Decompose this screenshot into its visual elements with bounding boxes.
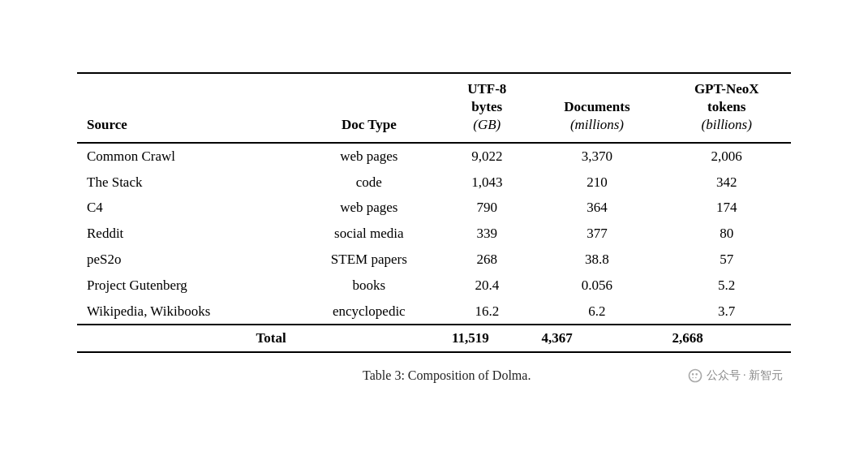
cell-source: C4 bbox=[77, 195, 296, 221]
cell-source: Reddit bbox=[77, 221, 296, 247]
total-row: Total 11,519 4,367 2,668 bbox=[77, 325, 791, 352]
data-table: Source Doc Type UTF-8bytes(GB) Documents… bbox=[77, 72, 791, 354]
total-tokens: 2,668 bbox=[662, 325, 791, 352]
main-container: Source Doc Type UTF-8bytes(GB) Documents… bbox=[45, 56, 823, 401]
table-row: The Stackcode1,043210342 bbox=[77, 170, 791, 196]
cell-utf8: 16.2 bbox=[442, 299, 531, 325]
cell-source: Wikipedia, Wikibooks bbox=[77, 299, 296, 325]
cell-doctype: web pages bbox=[296, 143, 442, 170]
cell-tokens: 3.7 bbox=[662, 299, 791, 325]
total-utf8: 11,519 bbox=[442, 325, 531, 352]
cell-source: peS2o bbox=[77, 247, 296, 273]
total-doctype bbox=[296, 325, 442, 352]
wechat-icon bbox=[687, 368, 703, 384]
col-header-doctype: Doc Type bbox=[296, 73, 442, 143]
cell-doctype: social media bbox=[296, 221, 442, 247]
cell-tokens: 5.2 bbox=[662, 273, 791, 299]
cell-documents: 364 bbox=[531, 195, 662, 221]
table-row: peS2oSTEM papers26838.857 bbox=[77, 247, 791, 273]
col-header-tokens: GPT-NeoXtokens(billions) bbox=[662, 73, 791, 143]
caption-area: Table 3: Composition of Dolma. 公众号 · 新智元 bbox=[77, 368, 791, 384]
cell-documents: 377 bbox=[531, 221, 662, 247]
cell-doctype: STEM papers bbox=[296, 247, 442, 273]
cell-source: Common Crawl bbox=[77, 143, 296, 170]
table-row: Common Crawlweb pages9,0223,3702,006 bbox=[77, 143, 791, 170]
cell-source: The Stack bbox=[77, 170, 296, 196]
cell-utf8: 790 bbox=[442, 195, 531, 221]
cell-documents: 210 bbox=[531, 170, 662, 196]
table-row: Redditsocial media33937780 bbox=[77, 221, 791, 247]
svg-point-0 bbox=[692, 377, 694, 379]
table-row: C4web pages790364174 bbox=[77, 195, 791, 221]
cell-documents: 38.8 bbox=[531, 247, 662, 273]
cell-utf8: 268 bbox=[442, 247, 531, 273]
cell-documents: 3,370 bbox=[531, 143, 662, 170]
cell-utf8: 9,022 bbox=[442, 143, 531, 170]
col-header-documents: Documents(millions) bbox=[531, 73, 662, 143]
cell-utf8: 339 bbox=[442, 221, 531, 247]
cell-doctype: books bbox=[296, 273, 442, 299]
cell-tokens: 174 bbox=[662, 195, 791, 221]
total-label: Total bbox=[77, 325, 296, 352]
cell-doctype: encyclopedic bbox=[296, 299, 442, 325]
col-header-utf8: UTF-8bytes(GB) bbox=[442, 73, 531, 143]
table-row: Project Gutenbergbooks20.40.0565.2 bbox=[77, 273, 791, 299]
cell-tokens: 342 bbox=[662, 170, 791, 196]
cell-documents: 0.056 bbox=[531, 273, 662, 299]
cell-tokens: 57 bbox=[662, 247, 791, 273]
cell-source: Project Gutenberg bbox=[77, 273, 296, 299]
svg-point-1 bbox=[695, 377, 697, 379]
table-caption: Table 3: Composition of Dolma. bbox=[207, 368, 687, 383]
col-header-source: Source bbox=[77, 73, 296, 143]
cell-tokens: 2,006 bbox=[662, 143, 791, 170]
table-row: Wikipedia, Wikibooksencyclopedic16.26.23… bbox=[77, 299, 791, 325]
cell-utf8: 1,043 bbox=[442, 170, 531, 196]
cell-doctype: web pages bbox=[296, 195, 442, 221]
cell-tokens: 80 bbox=[662, 221, 791, 247]
cell-utf8: 20.4 bbox=[442, 273, 531, 299]
cell-doctype: code bbox=[296, 170, 442, 196]
cell-documents: 6.2 bbox=[531, 299, 662, 325]
total-documents: 4,367 bbox=[531, 325, 662, 352]
watermark: 公众号 · 新智元 bbox=[687, 368, 784, 384]
watermark-text: 公众号 · 新智元 bbox=[707, 368, 784, 383]
